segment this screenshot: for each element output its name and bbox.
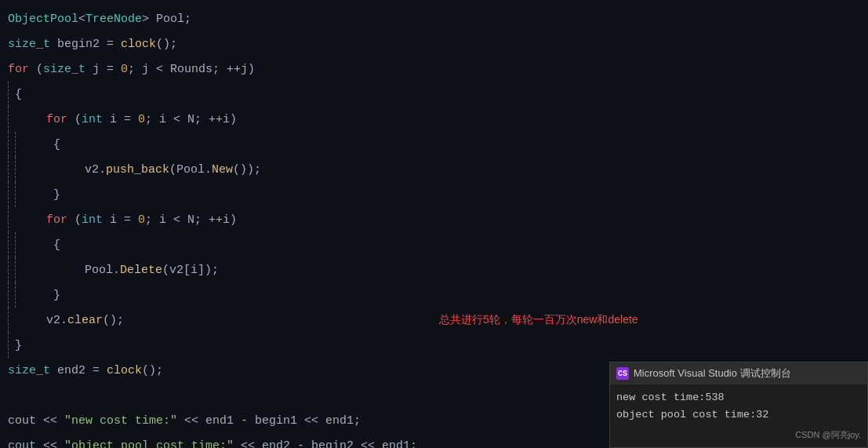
code-line-14: } bbox=[0, 333, 868, 358]
code-line-7: v2.push_back(Pool.New()); bbox=[0, 157, 868, 182]
code-line-4: { bbox=[0, 82, 868, 107]
console-line-1: new cost time:538 bbox=[616, 389, 861, 406]
console-line-2: object pool cost time:32 bbox=[616, 406, 861, 424]
code-line-13: v2.clear(); 总共进行5轮，每轮一百万次new和delete bbox=[0, 308, 868, 333]
code-line-12: } bbox=[0, 282, 868, 308]
code-line-8: } bbox=[0, 182, 868, 207]
vs-icon: CS bbox=[616, 367, 629, 380]
console-title: Microsoft Visual Studio 调试控制台 bbox=[634, 366, 791, 381]
annotation-text: 总共进行5轮，每轮一百万次new和delete bbox=[439, 313, 638, 327]
code-line-9: for (int i = 0; i < N; ++i) bbox=[0, 207, 868, 232]
code-line-6: { bbox=[0, 132, 868, 157]
code-line-3: for (size_t j = 0; j < Rounds; ++j) bbox=[0, 56, 868, 82]
code-line-1: ObjectPool<TreeNode> Pool; bbox=[0, 6, 868, 31]
console-body: new cost time:538 object pool cost time:… bbox=[610, 384, 867, 428]
console-titlebar: CS Microsoft Visual Studio 调试控制台 bbox=[610, 362, 867, 384]
code-line-11: Pool.Delete(v2[i]); bbox=[0, 257, 868, 282]
code-line-2: size_t begin2 = clock(); bbox=[0, 31, 868, 56]
code-line-5: for (int i = 0; i < N; ++i) bbox=[0, 107, 868, 132]
console-footer: CSDN @阿亮joy. bbox=[610, 428, 867, 443]
code-line-10: { bbox=[0, 232, 868, 257]
code-editor: ObjectPool<TreeNode> Pool; size_t begin2… bbox=[0, 0, 868, 448]
console-popup[interactable]: CS Microsoft Visual Studio 调试控制台 new cos… bbox=[609, 362, 868, 448]
